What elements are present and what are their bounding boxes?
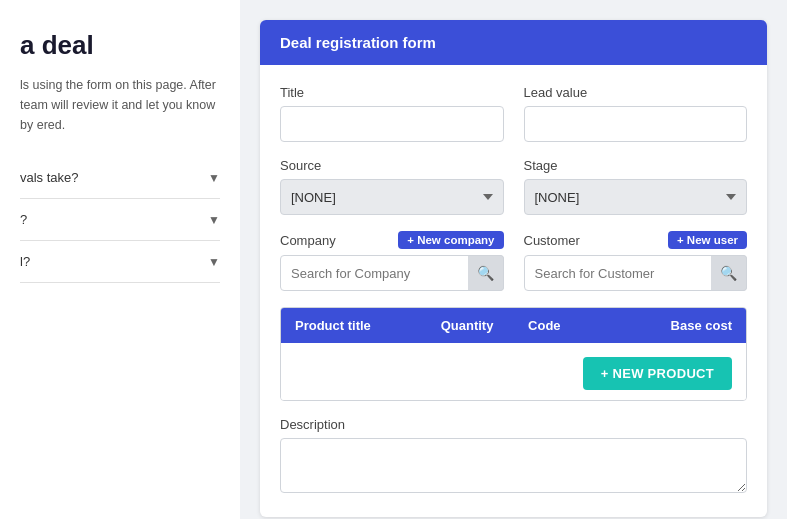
sidebar-description: ls using the form on this page. After te… <box>20 75 220 135</box>
new-product-button[interactable]: + NEW PRODUCT <box>583 357 732 390</box>
chevron-down-icon-1: ▼ <box>208 171 220 185</box>
customer-search-wrapper: 🔍 <box>524 255 748 291</box>
title-group: Title <box>280 85 504 142</box>
search-icon: 🔍 <box>720 265 737 281</box>
source-group: Source [NONE] Email Phone Web <box>280 158 504 215</box>
accordion-item-2[interactable]: ? ▼ <box>20 199 220 241</box>
products-section: Product title Quantity Code Base cost + … <box>280 307 747 401</box>
quantity-col-header: Quantity <box>441 318 528 333</box>
accordion-label-1: vals take? <box>20 170 79 185</box>
sidebar-title: a deal <box>20 30 220 61</box>
products-table-body: + NEW PRODUCT <box>281 343 746 400</box>
main-content: Deal registration form Title Lead value … <box>240 0 787 519</box>
source-select[interactable]: [NONE] Email Phone Web <box>280 179 504 215</box>
search-icon: 🔍 <box>477 265 494 281</box>
new-user-button[interactable]: + New user <box>668 231 747 249</box>
title-input[interactable] <box>280 106 504 142</box>
deal-registration-form: Deal registration form Title Lead value … <box>260 20 767 517</box>
form-header: Deal registration form <box>260 20 767 65</box>
lead-value-input[interactable] <box>524 106 748 142</box>
company-label-row: Company + New company <box>280 231 504 249</box>
accordion-item-1[interactable]: vals take? ▼ <box>20 157 220 199</box>
accordion-item-3[interactable]: l? ▼ <box>20 241 220 283</box>
title-leadvalue-row: Title Lead value <box>280 85 747 142</box>
description-group: Description <box>280 417 747 497</box>
customer-label-row: Customer + New user <box>524 231 748 249</box>
product-title-col-header: Product title <box>295 318 441 333</box>
source-label: Source <box>280 158 504 173</box>
accordion-label-3: l? <box>20 254 30 269</box>
lead-value-label: Lead value <box>524 85 748 100</box>
base-cost-col-header: Base cost <box>615 318 732 333</box>
chevron-down-icon-2: ▼ <box>208 213 220 227</box>
accordion-label-2: ? <box>20 212 27 227</box>
company-label: Company <box>280 233 336 248</box>
company-search-button[interactable]: 🔍 <box>468 255 504 291</box>
sidebar: a deal ls using the form on this page. A… <box>0 0 240 519</box>
new-company-button[interactable]: + New company <box>398 231 503 249</box>
customer-group: Customer + New user 🔍 <box>524 231 748 291</box>
chevron-down-icon-3: ▼ <box>208 255 220 269</box>
lead-value-group: Lead value <box>524 85 748 142</box>
code-col-header: Code <box>528 318 615 333</box>
stage-label: Stage <box>524 158 748 173</box>
products-table-header: Product title Quantity Code Base cost <box>281 308 746 343</box>
customer-search-button[interactable]: 🔍 <box>711 255 747 291</box>
stage-select[interactable]: [NONE] Lead Proposal Closed <box>524 179 748 215</box>
company-customer-row: Company + New company 🔍 Customer + New u… <box>280 231 747 291</box>
stage-group: Stage [NONE] Lead Proposal Closed <box>524 158 748 215</box>
company-group: Company + New company 🔍 <box>280 231 504 291</box>
title-label: Title <box>280 85 504 100</box>
description-label: Description <box>280 417 747 432</box>
source-stage-row: Source [NONE] Email Phone Web Stage [NON… <box>280 158 747 215</box>
form-body: Title Lead value Source [NONE] Email Pho… <box>260 65 767 517</box>
description-textarea[interactable] <box>280 438 747 493</box>
customer-label: Customer <box>524 233 580 248</box>
company-search-wrapper: 🔍 <box>280 255 504 291</box>
